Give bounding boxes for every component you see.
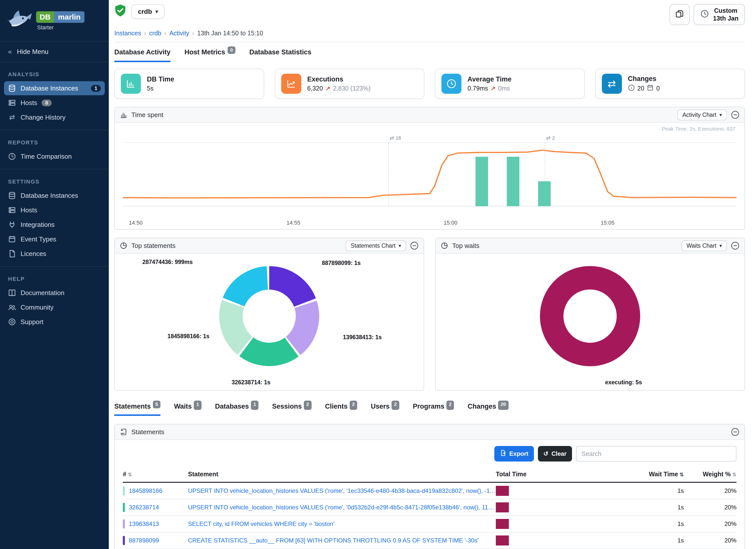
sidebar-item-event-types[interactable]: Event Types [4,232,105,246]
donut-label: 287474436: 999ms [142,259,193,265]
time-spent-panel: Time spent Activity Chart ▾ Peak Time: 2… [114,107,745,230]
tab-changes[interactable]: Changes20 [467,403,508,416]
section-label: ANALYSIS [0,65,109,81]
x-tick: 15:05 [601,220,614,226]
statement-link[interactable]: UPSERT INTO vehicle_location_histories V… [188,487,496,494]
clear-button[interactable]: ↺ Clear [538,446,572,462]
sidebar-item-settings-hosts[interactable]: Hosts [4,203,105,217]
count-badge: 0 [228,46,235,54]
edition-label: Starter [36,24,84,31]
kpi-value: 0.79ms [467,85,488,92]
search-input[interactable] [576,446,736,462]
collapse-panel-icon[interactable] [731,241,739,250]
sidebar-item-time-comparison[interactable]: Time Comparison [4,149,105,163]
sidebar-item-label: Integrations [21,221,55,229]
statement-id-link[interactable]: 1845898166 [129,487,162,494]
calendar-icon [647,84,654,93]
caret-down-icon: ▾ [719,243,722,249]
swap-arrows-icon: ⇄ [602,74,622,94]
sidebar-item-licences[interactable]: Licences [4,247,105,261]
clock-icon [441,74,461,94]
sidebar-item-change-history[interactable]: ⇄ Change History [4,110,105,124]
col-statement[interactable]: Statement [188,471,496,478]
statements-chart-menu[interactable]: Statements Chart ▾ [346,240,406,251]
caret-down-icon: ▾ [399,243,401,249]
copy-link-button[interactable] [670,4,690,25]
tab-database-statistics[interactable]: Database Statistics [249,48,312,62]
breadcrumb-instances[interactable]: Instances [114,30,141,37]
panel-title: Top statements [131,242,342,250]
statements-donut-chart[interactable]: 287474436: 999ms 887898099: 1s 184589816… [115,254,424,390]
panel-title: Time spent [131,111,673,119]
sidebar-item-hosts[interactable]: Hosts 0 [4,96,105,110]
export-icon [500,450,506,458]
time-spent-chart[interactable]: Peak Time: 2s, Executions: 837 ⇄18⇄2 14:… [115,123,744,229]
sidebar-item-label: Documentation [21,289,64,297]
tab-statements[interactable]: Statements5 [114,403,160,416]
sidebar-item-settings-database-instances[interactable]: Database Instances [4,189,105,203]
tab-users[interactable]: Users2 [371,403,399,416]
undo-icon: ↺ [543,450,548,457]
donut-label: 326238714: 1s [232,379,270,386]
life-ring-icon [8,318,16,326]
sidebar-item-database-instances[interactable]: Database Instances 1 [4,81,105,95]
section-label: HELP [0,270,109,285]
statement-link[interactable]: UPSERT INTO vehicle_location_histories V… [188,504,496,511]
document-icon [8,250,16,258]
statement-id-link[interactable]: 326238714 [129,504,159,511]
x-tick: 15:00 [444,220,457,226]
main-tabs: Database Activity Host Metrics 0 Databas… [114,42,745,62]
tab-programs[interactable]: Programs2 [413,403,454,416]
sidebar-item-documentation[interactable]: Documentation [4,286,105,300]
tab-databases[interactable]: Databases1 [215,403,259,416]
kpi-delta: 2,830 (123%) [333,85,370,92]
hide-menu-button[interactable]: « Hide Menu [0,41,109,62]
tab-sessions[interactable]: Sessions2 [272,403,311,416]
col-num[interactable]: #⇅ [123,471,188,478]
tab-database-activity[interactable]: Database Activity [114,48,170,62]
statement-id-link[interactable]: 139638413 [129,520,159,527]
collapse-panel-icon[interactable] [731,428,739,436]
waits-donut-chart[interactable]: executing: 5s [436,254,744,390]
col-total-time[interactable]: Total Time [496,471,599,478]
sidebar-section-settings: SETTINGS Database Instances Hosts Integr… [0,169,109,267]
tab-waits[interactable]: Waits1 [174,403,202,416]
kpi-delta: 0ms [498,85,510,92]
donut-label: 1845898166: 1s [167,333,210,340]
sidebar-section-help: HELP Documentation Community Support [0,267,109,334]
kpi-cards: DB Time 5s Executions 6,320 ↗ 2,830 (123… [114,69,745,99]
x-tick: 14:55 [287,220,300,226]
sidebar-item-label: Change History [21,114,65,121]
waits-chart-menu[interactable]: Waits Chart ▾ [682,240,727,251]
sidebar-item-community[interactable]: Community [4,300,105,314]
breadcrumb-activity[interactable]: Activity [169,30,189,37]
section-label: REPORTS [0,133,109,149]
sort-icon: ⇅ [680,472,684,477]
activity-line-chart [123,134,736,218]
collapse-panel-icon[interactable] [410,241,419,250]
activity-chart-menu[interactable]: Activity Chart ▾ [677,110,727,120]
statements-table-panel: Statements Export ↺ Clear #⇅ Statement [114,424,745,549]
tab-host-metrics[interactable]: Host Metrics 0 [184,48,235,62]
export-button[interactable]: Export [494,446,534,462]
wait-time-value: 1s [599,520,684,527]
collapse-left-icon: « [8,48,12,56]
instance-selector[interactable]: crdb ▾ [131,4,164,19]
statement-id-link[interactable]: 887898099 [129,537,159,544]
sidebar-item-label: Community [21,304,53,311]
main-content: crdb ▾ Custom 13th Jan [109,0,756,549]
collapse-panel-icon[interactable] [731,111,739,119]
sidebar-item-integrations[interactable]: Integrations [4,218,105,232]
breadcrumb-crdb[interactable]: crdb [149,30,161,37]
col-wait-time[interactable]: Wait Time⇅ [599,471,684,478]
time-range-button[interactable]: Custom 13th Jan [694,4,745,25]
statement-link[interactable]: CREATE STATISTICS __auto__ FROM [63] WIT… [188,537,496,544]
logo[interactable]: DB marlin Starter [0,0,109,41]
sidebar-item-support[interactable]: Support [4,315,105,329]
statement-link[interactable]: SELECT city, id FROM vehicles WHERE city… [188,520,496,527]
tab-clients[interactable]: Clients2 [325,403,357,416]
col-weight[interactable]: Weight %⇅ [684,471,736,478]
plug-icon [8,221,16,229]
sidebar-item-label: Hosts [21,206,37,214]
brand-marlin: marlin [54,11,84,23]
